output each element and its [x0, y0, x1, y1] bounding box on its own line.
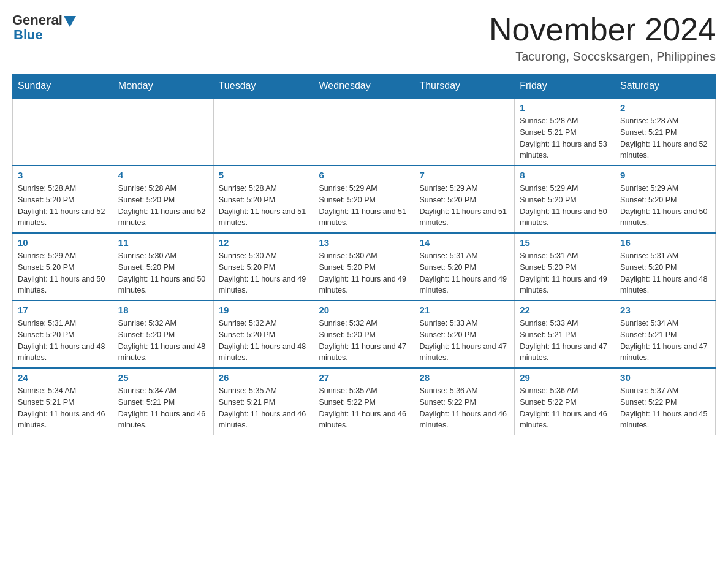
day-number: 27 [319, 372, 409, 383]
day-info: Sunrise: 5:34 AMSunset: 5:21 PMDaylight:… [620, 318, 710, 364]
day-info: Sunrise: 5:28 AMSunset: 5:20 PMDaylight:… [118, 183, 208, 229]
calendar-cell: 25Sunrise: 5:34 AMSunset: 5:21 PMDayligh… [113, 368, 213, 435]
day-info: Sunrise: 5:30 AMSunset: 5:20 PMDaylight:… [319, 250, 409, 296]
page-header: General Blue November 2024 Tacurong, Soc… [12, 12, 716, 64]
logo: General Blue [12, 12, 76, 43]
day-number: 26 [219, 372, 309, 383]
day-info: Sunrise: 5:29 AMSunset: 5:20 PMDaylight:… [520, 183, 610, 229]
calendar-header-row: SundayMondayTuesdayWednesdayThursdayFrid… [13, 74, 716, 99]
day-number: 5 [219, 170, 309, 180]
day-number: 3 [18, 170, 108, 180]
calendar-cell: 7Sunrise: 5:29 AMSunset: 5:20 PMDaylight… [414, 166, 515, 233]
day-number: 13 [319, 237, 409, 248]
day-number: 17 [18, 305, 108, 315]
day-number: 24 [18, 372, 108, 383]
day-number: 16 [620, 237, 710, 248]
day-info: Sunrise: 5:33 AMSunset: 5:21 PMDaylight:… [520, 318, 610, 364]
day-info: Sunrise: 5:32 AMSunset: 5:20 PMDaylight:… [219, 318, 309, 364]
day-info: Sunrise: 5:34 AMSunset: 5:21 PMDaylight:… [18, 385, 108, 431]
day-number: 12 [219, 237, 309, 248]
calendar-cell: 8Sunrise: 5:29 AMSunset: 5:20 PMDaylight… [515, 166, 615, 233]
day-info: Sunrise: 5:29 AMSunset: 5:20 PMDaylight:… [419, 183, 509, 229]
calendar-cell [314, 98, 414, 166]
day-info: Sunrise: 5:30 AMSunset: 5:20 PMDaylight:… [118, 250, 208, 296]
calendar-cell: 26Sunrise: 5:35 AMSunset: 5:21 PMDayligh… [213, 368, 314, 435]
month-title: November 2024 [489, 12, 716, 47]
day-info: Sunrise: 5:37 AMSunset: 5:22 PMDaylight:… [620, 385, 710, 431]
day-number: 19 [219, 305, 309, 315]
logo-general-text: General [12, 12, 63, 28]
day-number: 2 [620, 102, 710, 113]
day-number: 7 [419, 170, 509, 180]
header-friday: Friday [515, 74, 615, 99]
day-number: 21 [419, 305, 509, 315]
header-thursday: Thursday [414, 74, 515, 99]
header-wednesday: Wednesday [314, 74, 414, 99]
day-info: Sunrise: 5:31 AMSunset: 5:20 PMDaylight:… [18, 318, 108, 364]
day-info: Sunrise: 5:29 AMSunset: 5:20 PMDaylight:… [620, 183, 710, 229]
calendar-cell: 2Sunrise: 5:28 AMSunset: 5:21 PMDaylight… [615, 98, 716, 166]
day-info: Sunrise: 5:35 AMSunset: 5:22 PMDaylight:… [319, 385, 409, 431]
day-info: Sunrise: 5:36 AMSunset: 5:22 PMDaylight:… [419, 385, 509, 431]
day-info: Sunrise: 5:28 AMSunset: 5:20 PMDaylight:… [18, 183, 108, 229]
day-info: Sunrise: 5:32 AMSunset: 5:20 PMDaylight:… [319, 318, 409, 364]
calendar-cell: 5Sunrise: 5:28 AMSunset: 5:20 PMDaylight… [213, 166, 314, 233]
calendar-cell: 1Sunrise: 5:28 AMSunset: 5:21 PMDaylight… [515, 98, 615, 166]
calendar-cell: 6Sunrise: 5:29 AMSunset: 5:20 PMDaylight… [314, 166, 414, 233]
day-info: Sunrise: 5:33 AMSunset: 5:20 PMDaylight:… [419, 318, 509, 364]
calendar-cell: 13Sunrise: 5:30 AMSunset: 5:20 PMDayligh… [314, 233, 414, 301]
day-number: 8 [520, 170, 610, 180]
day-info: Sunrise: 5:32 AMSunset: 5:20 PMDaylight:… [118, 318, 208, 364]
day-number: 25 [118, 372, 208, 383]
calendar-cell: 11Sunrise: 5:30 AMSunset: 5:20 PMDayligh… [113, 233, 213, 301]
day-number: 29 [520, 372, 610, 383]
calendar-cell: 24Sunrise: 5:34 AMSunset: 5:21 PMDayligh… [13, 368, 113, 435]
calendar-cell: 18Sunrise: 5:32 AMSunset: 5:20 PMDayligh… [113, 301, 213, 368]
location-subtitle: Tacurong, Soccsksargen, Philippines [489, 50, 716, 64]
calendar-cell: 10Sunrise: 5:29 AMSunset: 5:20 PMDayligh… [13, 233, 113, 301]
calendar-cell: 4Sunrise: 5:28 AMSunset: 5:20 PMDaylight… [113, 166, 213, 233]
week-row-3: 10Sunrise: 5:29 AMSunset: 5:20 PMDayligh… [13, 233, 716, 301]
logo-blue-text: Blue [12, 27, 43, 43]
calendar-cell: 23Sunrise: 5:34 AMSunset: 5:21 PMDayligh… [615, 301, 716, 368]
day-info: Sunrise: 5:35 AMSunset: 5:21 PMDaylight:… [219, 385, 309, 431]
calendar-cell: 16Sunrise: 5:31 AMSunset: 5:20 PMDayligh… [615, 233, 716, 301]
calendar-cell: 17Sunrise: 5:31 AMSunset: 5:20 PMDayligh… [13, 301, 113, 368]
week-row-2: 3Sunrise: 5:28 AMSunset: 5:20 PMDaylight… [13, 166, 716, 233]
day-number: 20 [319, 305, 409, 315]
day-info: Sunrise: 5:31 AMSunset: 5:20 PMDaylight:… [419, 250, 509, 296]
header-sunday: Sunday [13, 74, 113, 99]
logo-triangle-icon [64, 16, 76, 27]
calendar-cell [13, 98, 113, 166]
day-info: Sunrise: 5:34 AMSunset: 5:21 PMDaylight:… [118, 385, 208, 431]
day-number: 4 [118, 170, 208, 180]
day-number: 1 [520, 102, 610, 113]
day-number: 6 [319, 170, 409, 180]
calendar-cell: 30Sunrise: 5:37 AMSunset: 5:22 PMDayligh… [615, 368, 716, 435]
calendar-cell: 15Sunrise: 5:31 AMSunset: 5:20 PMDayligh… [515, 233, 615, 301]
day-number: 28 [419, 372, 509, 383]
calendar-table: SundayMondayTuesdayWednesdayThursdayFrid… [12, 74, 716, 435]
day-info: Sunrise: 5:29 AMSunset: 5:20 PMDaylight:… [319, 183, 409, 229]
calendar-cell: 3Sunrise: 5:28 AMSunset: 5:20 PMDaylight… [13, 166, 113, 233]
day-info: Sunrise: 5:30 AMSunset: 5:20 PMDaylight:… [219, 250, 309, 296]
calendar-cell: 22Sunrise: 5:33 AMSunset: 5:21 PMDayligh… [515, 301, 615, 368]
day-number: 18 [118, 305, 208, 315]
calendar-cell: 28Sunrise: 5:36 AMSunset: 5:22 PMDayligh… [414, 368, 515, 435]
calendar-cell: 12Sunrise: 5:30 AMSunset: 5:20 PMDayligh… [213, 233, 314, 301]
calendar-cell: 21Sunrise: 5:33 AMSunset: 5:20 PMDayligh… [414, 301, 515, 368]
day-info: Sunrise: 5:28 AMSunset: 5:20 PMDaylight:… [219, 183, 309, 229]
day-number: 11 [118, 237, 208, 248]
day-number: 23 [620, 305, 710, 315]
calendar-cell: 19Sunrise: 5:32 AMSunset: 5:20 PMDayligh… [213, 301, 314, 368]
title-section: November 2024 Tacurong, Soccsksargen, Ph… [489, 12, 716, 64]
day-info: Sunrise: 5:31 AMSunset: 5:20 PMDaylight:… [520, 250, 610, 296]
day-number: 22 [520, 305, 610, 315]
week-row-4: 17Sunrise: 5:31 AMSunset: 5:20 PMDayligh… [13, 301, 716, 368]
calendar-cell: 29Sunrise: 5:36 AMSunset: 5:22 PMDayligh… [515, 368, 615, 435]
day-info: Sunrise: 5:29 AMSunset: 5:20 PMDaylight:… [18, 250, 108, 296]
day-number: 30 [620, 372, 710, 383]
day-info: Sunrise: 5:31 AMSunset: 5:20 PMDaylight:… [620, 250, 710, 296]
calendar-cell: 27Sunrise: 5:35 AMSunset: 5:22 PMDayligh… [314, 368, 414, 435]
day-number: 10 [18, 237, 108, 248]
